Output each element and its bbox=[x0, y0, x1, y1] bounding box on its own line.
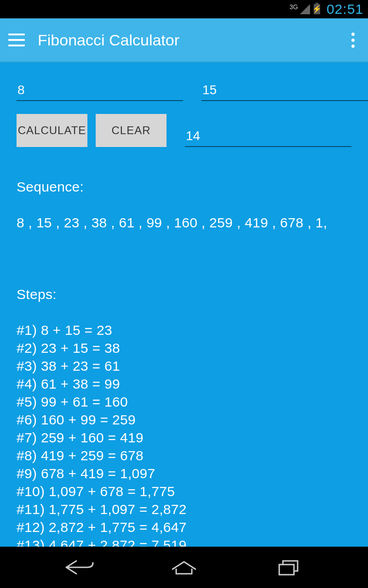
network-type-label: 3G bbox=[289, 4, 298, 10]
step-line: #1) 8 + 15 = 23 bbox=[17, 321, 351, 339]
steps-label: Steps: bbox=[17, 285, 351, 303]
clear-button[interactable]: CLEAR bbox=[96, 114, 167, 147]
step-line: #4) 61 + 38 = 99 bbox=[17, 375, 351, 393]
second-number-input[interactable] bbox=[201, 81, 368, 101]
first-number-input[interactable] bbox=[17, 81, 183, 101]
status-clock: 02:51 bbox=[327, 1, 363, 17]
home-button[interactable] bbox=[163, 556, 205, 579]
result-text: Sequence: 8 , 15 , 23 , 38 , 61 , 99 , 1… bbox=[17, 160, 351, 547]
step-line: #9) 678 + 419 = 1,097 bbox=[17, 464, 351, 482]
step-line: #8) 419 + 259 = 678 bbox=[17, 447, 351, 464]
step-line: #13) 4,647 + 2,872 = 7,519 bbox=[17, 536, 351, 547]
battery-charging-icon: ⚡ bbox=[314, 4, 320, 14]
step-line: #7) 259 + 160 = 419 bbox=[17, 429, 351, 447]
step-line: #5) 99 + 61 = 160 bbox=[17, 393, 351, 411]
sequence-value: 8 , 15 , 23 , 38 , 61 , 99 , 160 , 259 ,… bbox=[17, 214, 351, 232]
app-title: Fibonacci Calculator bbox=[38, 31, 333, 49]
navigation-bar bbox=[0, 547, 368, 588]
steps-list: #1) 8 + 15 = 23#2) 23 + 15 = 38#3) 38 + … bbox=[17, 321, 351, 547]
count-input[interactable] bbox=[185, 127, 351, 147]
back-button[interactable] bbox=[59, 556, 100, 579]
signal-icon bbox=[300, 4, 310, 14]
step-line: #6) 160 + 99 = 259 bbox=[17, 411, 351, 429]
step-line: #10) 1,097 + 678 = 1,775 bbox=[17, 482, 351, 500]
svg-rect-0 bbox=[279, 565, 294, 575]
content-area: CALCULATE CLEAR Sequence: 8 , 15 , 23 , … bbox=[0, 62, 368, 547]
sequence-label: Sequence: bbox=[17, 178, 351, 196]
recent-apps-button[interactable] bbox=[268, 556, 309, 579]
status-bar: 3G ⚡ 02:51 bbox=[0, 0, 368, 18]
calculate-button[interactable]: CALCULATE bbox=[17, 114, 87, 147]
step-line: #11) 1,775 + 1,097 = 2,872 bbox=[17, 500, 351, 518]
overflow-menu-icon[interactable] bbox=[346, 33, 360, 48]
menu-icon[interactable] bbox=[8, 34, 25, 46]
step-line: #12) 2,872 + 1,775 = 4,647 bbox=[17, 518, 351, 536]
step-line: #3) 38 + 23 = 61 bbox=[17, 357, 351, 375]
step-line: #2) 23 + 15 = 38 bbox=[17, 339, 351, 357]
app-bar: Fibonacci Calculator bbox=[0, 18, 368, 62]
